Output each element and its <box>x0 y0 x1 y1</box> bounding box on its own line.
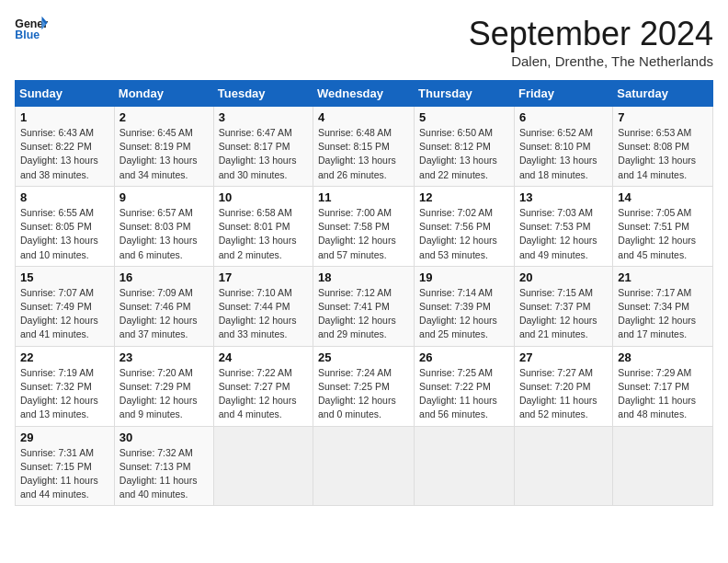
day-info: Sunrise: 7:10 AMSunset: 7:44 PMDaylight:… <box>219 286 308 342</box>
day-number: 12 <box>419 190 509 204</box>
day-info: Sunrise: 6:45 AMSunset: 8:19 PMDaylight:… <box>119 126 209 182</box>
day-number: 1 <box>20 110 109 124</box>
calendar-cell: 17Sunrise: 7:10 AMSunset: 7:44 PMDayligh… <box>213 266 313 346</box>
day-info: Sunrise: 7:09 AMSunset: 7:46 PMDaylight:… <box>119 286 209 342</box>
calendar-cell: 5Sunrise: 6:50 AMSunset: 8:12 PMDaylight… <box>415 107 515 187</box>
calendar-cell: 19Sunrise: 7:14 AMSunset: 7:39 PMDayligh… <box>415 266 515 346</box>
calendar-cell: 13Sunrise: 7:03 AMSunset: 7:53 PMDayligh… <box>514 186 612 266</box>
day-number: 20 <box>519 270 608 284</box>
calendar-cell: 4Sunrise: 6:48 AMSunset: 8:15 PMDaylight… <box>313 107 415 187</box>
calendar-cell: 26Sunrise: 7:25 AMSunset: 7:22 PMDayligh… <box>415 346 515 426</box>
day-info: Sunrise: 7:20 AMSunset: 7:29 PMDaylight:… <box>119 366 209 422</box>
day-number: 14 <box>618 190 708 204</box>
weekday-header-cell: Sunday <box>16 81 115 107</box>
day-number: 5 <box>419 110 509 124</box>
day-number: 4 <box>318 110 409 124</box>
month-title: September 2024 <box>469 15 713 53</box>
calendar-week-row: 22Sunrise: 7:19 AMSunset: 7:32 PMDayligh… <box>16 346 713 426</box>
calendar-cell: 11Sunrise: 7:00 AMSunset: 7:58 PMDayligh… <box>313 186 415 266</box>
weekday-header-row: SundayMondayTuesdayWednesdayThursdayFrid… <box>16 81 713 107</box>
weekday-header-cell: Tuesday <box>213 81 313 107</box>
calendar-cell: 29Sunrise: 7:31 AMSunset: 7:15 PMDayligh… <box>16 426 115 506</box>
day-number: 24 <box>219 350 308 364</box>
weekday-header-cell: Monday <box>114 81 213 107</box>
day-info: Sunrise: 7:02 AMSunset: 7:56 PMDaylight:… <box>419 206 509 262</box>
weekday-header-cell: Saturday <box>613 81 713 107</box>
calendar-cell <box>213 426 313 506</box>
day-number: 29 <box>20 431 109 444</box>
calendar-cell <box>613 426 713 506</box>
calendar-cell: 25Sunrise: 7:24 AMSunset: 7:25 PMDayligh… <box>313 346 415 426</box>
day-number: 2 <box>119 110 209 124</box>
day-info: Sunrise: 7:27 AMSunset: 7:20 PMDaylight:… <box>519 366 608 422</box>
day-info: Sunrise: 6:58 AMSunset: 8:01 PMDaylight:… <box>219 206 308 262</box>
calendar-week-row: 8Sunrise: 6:55 AMSunset: 8:05 PMDaylight… <box>16 186 713 266</box>
day-number: 8 <box>20 190 109 204</box>
day-number: 22 <box>20 350 109 364</box>
day-number: 11 <box>318 190 409 204</box>
day-info: Sunrise: 6:55 AMSunset: 8:05 PMDaylight:… <box>20 206 109 262</box>
calendar-cell: 3Sunrise: 6:47 AMSunset: 8:17 PMDaylight… <box>213 107 313 187</box>
title-block: September 2024 Dalen, Drenthe, The Nethe… <box>469 15 713 69</box>
calendar-cell: 2Sunrise: 6:45 AMSunset: 8:19 PMDaylight… <box>114 107 213 187</box>
calendar-week-row: 15Sunrise: 7:07 AMSunset: 7:49 PMDayligh… <box>16 266 713 346</box>
day-number: 7 <box>618 110 708 124</box>
calendar-cell: 27Sunrise: 7:27 AMSunset: 7:20 PMDayligh… <box>514 346 612 426</box>
day-number: 26 <box>419 350 509 364</box>
day-info: Sunrise: 6:43 AMSunset: 8:22 PMDaylight:… <box>20 126 109 182</box>
day-info: Sunrise: 6:52 AMSunset: 8:10 PMDaylight:… <box>519 126 608 182</box>
calendar-cell: 20Sunrise: 7:15 AMSunset: 7:37 PMDayligh… <box>514 266 612 346</box>
calendar-cell: 24Sunrise: 7:22 AMSunset: 7:27 PMDayligh… <box>213 346 313 426</box>
day-info: Sunrise: 6:53 AMSunset: 8:08 PMDaylight:… <box>618 126 708 182</box>
calendar-week-row: 29Sunrise: 7:31 AMSunset: 7:15 PMDayligh… <box>16 426 713 506</box>
day-info: Sunrise: 7:25 AMSunset: 7:22 PMDaylight:… <box>419 366 509 422</box>
calendar-cell: 9Sunrise: 6:57 AMSunset: 8:03 PMDaylight… <box>114 186 213 266</box>
day-info: Sunrise: 7:14 AMSunset: 7:39 PMDaylight:… <box>419 286 509 342</box>
day-info: Sunrise: 6:48 AMSunset: 8:15 PMDaylight:… <box>318 126 409 182</box>
day-number: 17 <box>219 270 308 284</box>
day-number: 19 <box>419 270 509 284</box>
day-info: Sunrise: 6:47 AMSunset: 8:17 PMDaylight:… <box>219 126 308 182</box>
day-number: 3 <box>219 110 308 124</box>
calendar-cell <box>415 426 515 506</box>
day-number: 9 <box>119 190 209 204</box>
weekday-header-cell: Friday <box>514 81 612 107</box>
day-info: Sunrise: 6:57 AMSunset: 8:03 PMDaylight:… <box>119 206 209 262</box>
calendar-cell: 8Sunrise: 6:55 AMSunset: 8:05 PMDaylight… <box>16 186 115 266</box>
calendar-cell: 1Sunrise: 6:43 AMSunset: 8:22 PMDaylight… <box>16 107 115 187</box>
day-number: 23 <box>119 350 209 364</box>
calendar-cell: 10Sunrise: 6:58 AMSunset: 8:01 PMDayligh… <box>213 186 313 266</box>
day-number: 28 <box>618 350 708 364</box>
calendar-cell: 12Sunrise: 7:02 AMSunset: 7:56 PMDayligh… <box>415 186 515 266</box>
day-number: 25 <box>318 350 409 364</box>
day-info: Sunrise: 7:03 AMSunset: 7:53 PMDaylight:… <box>519 206 608 262</box>
day-info: Sunrise: 7:24 AMSunset: 7:25 PMDaylight:… <box>318 366 409 422</box>
calendar-week-row: 1Sunrise: 6:43 AMSunset: 8:22 PMDaylight… <box>16 107 713 187</box>
day-number: 30 <box>119 431 209 444</box>
calendar-cell <box>313 426 415 506</box>
day-info: Sunrise: 7:15 AMSunset: 7:37 PMDaylight:… <box>519 286 608 342</box>
day-info: Sunrise: 7:22 AMSunset: 7:27 PMDaylight:… <box>219 366 308 422</box>
day-info: Sunrise: 7:00 AMSunset: 7:58 PMDaylight:… <box>318 206 409 262</box>
day-info: Sunrise: 7:29 AMSunset: 7:17 PMDaylight:… <box>618 366 708 422</box>
calendar-table: SundayMondayTuesdayWednesdayThursdayFrid… <box>15 80 713 506</box>
calendar-body: 1Sunrise: 6:43 AMSunset: 8:22 PMDaylight… <box>16 107 713 506</box>
day-number: 16 <box>119 270 209 284</box>
day-number: 6 <box>519 110 608 124</box>
day-info: Sunrise: 7:19 AMSunset: 7:32 PMDaylight:… <box>20 366 109 422</box>
day-number: 13 <box>519 190 608 204</box>
logo: General Blue <box>15 15 48 42</box>
day-number: 15 <box>20 270 109 284</box>
calendar-cell: 14Sunrise: 7:05 AMSunset: 7:51 PMDayligh… <box>613 186 713 266</box>
calendar-cell: 18Sunrise: 7:12 AMSunset: 7:41 PMDayligh… <box>313 266 415 346</box>
day-info: Sunrise: 7:32 AMSunset: 7:13 PMDaylight:… <box>119 446 209 502</box>
calendar-cell: 22Sunrise: 7:19 AMSunset: 7:32 PMDayligh… <box>16 346 115 426</box>
calendar-cell: 15Sunrise: 7:07 AMSunset: 7:49 PMDayligh… <box>16 266 115 346</box>
calendar-cell: 28Sunrise: 7:29 AMSunset: 7:17 PMDayligh… <box>613 346 713 426</box>
day-info: Sunrise: 7:17 AMSunset: 7:34 PMDaylight:… <box>618 286 708 342</box>
day-info: Sunrise: 7:12 AMSunset: 7:41 PMDaylight:… <box>318 286 409 342</box>
logo-icon: General Blue <box>15 15 48 42</box>
day-info: Sunrise: 7:05 AMSunset: 7:51 PMDaylight:… <box>618 206 708 262</box>
weekday-header-cell: Thursday <box>415 81 515 107</box>
location-subtitle: Dalen, Drenthe, The Netherlands <box>469 53 713 69</box>
